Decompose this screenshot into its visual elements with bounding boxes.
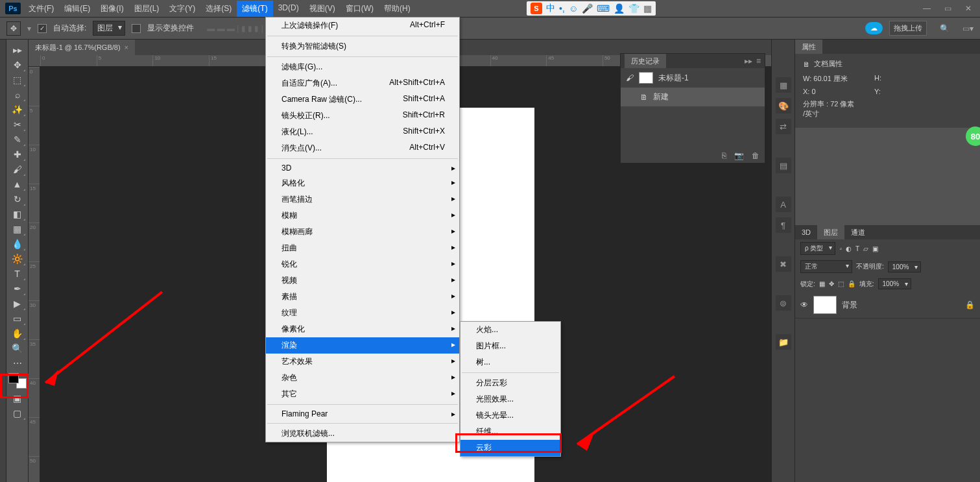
filter-menu-item[interactable]: 视频 (266, 272, 459, 289)
lock-artboard-icon[interactable]: ⬚ (838, 280, 844, 287)
search-icon[interactable]: 🔍 (940, 24, 950, 33)
lock-all-icon[interactable]: 🔒 (848, 280, 855, 287)
libraries-panel-icon[interactable]: ▤ (776, 158, 791, 173)
render-menu-item[interactable]: 火焰... (460, 322, 560, 338)
filter-menu-item[interactable]: 扭曲 (266, 240, 459, 256)
eraser-tool[interactable]: ◧ (8, 207, 27, 221)
eyedropper-tool[interactable]: ✎ (8, 132, 27, 147)
close-icon[interactable]: ✕ (962, 4, 975, 13)
gradient-tool[interactable]: ▦ (8, 222, 27, 236)
document-tab[interactable]: 未标题-1 @ 16.7%(RGB/8) × (29, 40, 135, 55)
ime-skin-icon[interactable]: 👕 (628, 3, 639, 14)
filter-adjust-icon[interactable]: ◐ (846, 245, 852, 252)
menu-4[interactable]: 文字(Y) (164, 1, 200, 17)
fill-input[interactable]: 100% (878, 278, 912, 289)
properties-tab[interactable]: 属性 (795, 40, 822, 54)
workspace-icon[interactable]: ▭▾ (962, 24, 974, 33)
history-brush-tool[interactable]: ↻ (8, 192, 27, 206)
history-state-row[interactable]: 🗎 新建 (621, 88, 765, 106)
filter-shape-icon[interactable]: ▱ (863, 245, 868, 252)
menu-9[interactable]: 窗口(W) (341, 1, 379, 17)
auto-select-checkbox[interactable] (38, 24, 47, 33)
char-panel-icon[interactable]: A (776, 197, 791, 212)
ime-user-icon[interactable]: 👤 (614, 3, 625, 14)
path-select-tool[interactable]: ▶ (8, 296, 27, 311)
menu-3[interactable]: 图层(L) (129, 1, 165, 17)
filter-menu-item[interactable]: 像素化 (266, 321, 459, 337)
render-menu-item[interactable]: 图片框... (460, 338, 560, 354)
ime-punct-icon[interactable]: •ˌ (559, 3, 565, 14)
snapshot-icon[interactable]: 📷 (734, 151, 744, 160)
filter-menu-item[interactable]: Camera Raw 滤镜(C)...Shift+Ctrl+A (266, 91, 459, 108)
filter-menu-item[interactable]: 转换为智能滤镜(S) (266, 38, 459, 54)
edit-toolbar[interactable]: ⋯ (8, 356, 27, 370)
ime-cn-icon[interactable]: 中 (546, 3, 555, 14)
render-submenu-popup[interactable]: 火焰...图片框...树...分层云彩光照效果...镜头光晕...纤维...云彩 (460, 321, 561, 457)
filter-menu-item[interactable]: 3D (266, 161, 459, 175)
filter-menu-item[interactable]: 模糊画廊 (266, 224, 459, 240)
stamp-tool[interactable]: ▲ (8, 177, 27, 191)
filter-menu-item[interactable]: 渲染 (266, 337, 459, 354)
zoom-tool[interactable]: 🔍 (8, 341, 27, 355)
layer-row[interactable]: 👁 背景 🔒 (795, 292, 980, 319)
layers-tab-2[interactable]: 通道 (844, 225, 872, 239)
menu-5[interactable]: 选择(S) (200, 1, 237, 17)
filter-menu-item[interactable]: 滤镜库(G)... (266, 59, 459, 75)
history-snapshot-row[interactable]: 🖌 未标题-1 (621, 68, 765, 88)
minimize-icon[interactable]: — (920, 4, 933, 13)
filter-menu-item[interactable]: Flaming Pear (266, 407, 459, 421)
filter-menu-item[interactable]: 模糊 (266, 208, 459, 224)
history-panel[interactable]: 历史记录 ▸▸ ≡ 🖌 未标题-1 🗎 新建 ⎘ 📷 🗑 (620, 53, 765, 163)
blend-mode-dropdown[interactable]: 正常 (800, 260, 852, 273)
render-menu-item[interactable]: 云彩 (460, 440, 560, 456)
marquee-tool[interactable]: ⬚ (8, 73, 27, 87)
filter-menu-item[interactable]: 自适应广角(A)...Alt+Shift+Ctrl+A (266, 75, 459, 91)
panel-menu-icon[interactable]: ≡ (756, 56, 761, 66)
hand-tool[interactable]: ✋ (8, 326, 27, 341)
filter-menu-item[interactable]: 艺术效果 (266, 354, 459, 370)
layers-tab-0[interactable]: 3D (795, 225, 817, 239)
tools-panel-icon[interactable]: ✖ (776, 256, 791, 272)
menu-8[interactable]: 视图(V) (304, 1, 341, 17)
crop-tool[interactable]: ✂ (8, 117, 27, 132)
paragraph-panel-icon[interactable]: ¶ (776, 217, 791, 233)
show-transform-checkbox[interactable] (132, 24, 141, 33)
auto-select-dropdown[interactable]: 图层 (93, 21, 125, 36)
lasso-tool[interactable]: ⌕ (8, 88, 27, 102)
adjustments-panel-icon[interactable]: ⇄ (776, 119, 791, 134)
render-menu-item[interactable]: 镜头光晕... (460, 407, 560, 424)
filter-smart-icon[interactable]: ▣ (872, 245, 878, 252)
move-tool[interactable]: ✥ (8, 58, 27, 72)
expand-icon[interactable]: ▸▸ (8, 43, 27, 57)
filter-menu-item[interactable]: 上次滤镜操作(F)Alt+Ctrl+F (266, 18, 459, 34)
healing-tool[interactable]: ✚ (8, 147, 27, 162)
layer-kind-filter[interactable]: ρ 类型 (800, 242, 835, 255)
filter-menu-item[interactable]: 浏览联机滤镜... (266, 426, 459, 442)
filter-menu-item[interactable]: 其它 (266, 386, 459, 402)
maximize-icon[interactable]: ▭ (941, 4, 954, 13)
opacity-input[interactable]: 100% (888, 261, 922, 272)
filter-menu-item[interactable]: 液化(L)...Shift+Ctrl+X (266, 124, 459, 140)
ime-emoji-icon[interactable]: ☺ (569, 3, 578, 14)
chevron-down-icon[interactable]: ▾ (27, 24, 31, 33)
coupon-badge[interactable]: 80 (966, 127, 980, 146)
menu-6[interactable]: 滤镜(T) (237, 1, 272, 17)
history-tab[interactable]: 历史记录 (625, 54, 666, 68)
render-menu-item[interactable]: 纤维... (460, 424, 560, 440)
filter-menu-popup[interactable]: 上次滤镜操作(F)Alt+Ctrl+F转换为智能滤镜(S)滤镜库(G)...自适… (265, 17, 460, 442)
pen-tool[interactable]: ✒ (8, 282, 27, 296)
filter-menu-item[interactable]: 素描 (266, 289, 459, 305)
lock-position-icon[interactable]: ✥ (829, 280, 834, 287)
create-doc-icon[interactable]: ⎘ (722, 151, 726, 160)
filter-menu-item[interactable]: 镜头校正(R)...Shift+Ctrl+R (266, 108, 459, 124)
ime-voice-icon[interactable]: 🎤 (582, 3, 593, 14)
visibility-icon[interactable]: 👁 (800, 300, 808, 309)
tab-close-icon[interactable]: × (125, 43, 128, 51)
color-swatch[interactable] (8, 373, 27, 389)
render-menu-item[interactable]: 树... (460, 354, 560, 370)
menu-10[interactable]: 帮助(H) (379, 1, 416, 17)
menu-7[interactable]: 3D(D) (273, 1, 304, 17)
filter-menu-item[interactable]: 杂色 (266, 370, 459, 386)
filter-pixel-icon[interactable]: ▫ (839, 245, 842, 252)
render-menu-item[interactable]: 分层云彩 (460, 375, 560, 391)
